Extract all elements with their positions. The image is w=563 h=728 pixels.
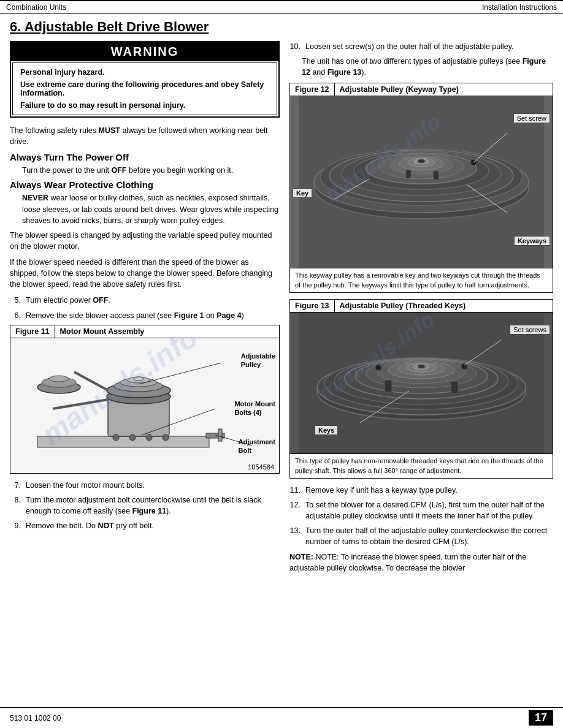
step-12-num: 12.	[289, 499, 301, 521]
page-wrapper: Combination Units Installation Instructi…	[0, 0, 563, 728]
step-10-num: 10.	[289, 41, 301, 52]
step-8-num: 8.	[10, 495, 21, 517]
step-10-note: The unit has one of two different types …	[302, 56, 553, 78]
figure-12-caption: This keyway pulley has a removable key a…	[290, 268, 553, 292]
warning-header: WARNING	[11, 42, 278, 61]
figure-13-image: Set screws Keys manuals.info	[290, 313, 553, 453]
warning-line-2: Use extreme care during the following pr…	[20, 80, 269, 97]
step-12: 12. To set the blower for a desired CFM …	[289, 499, 553, 521]
figure-13-label: Figure 13	[290, 300, 335, 312]
callout-keyways: Keyways	[514, 236, 550, 246]
figure-13: Figure 13 Adjustable Pulley (Threaded Ke…	[289, 299, 553, 479]
note-bottom: NOTE: NOTE: To increase the blower speed…	[289, 552, 553, 574]
svg-point-15	[129, 434, 136, 441]
figure-11-title: Motor Mount Assembly	[55, 325, 150, 338]
figure-12-title: Adjustable Pulley (Keyway Type)	[335, 83, 464, 96]
header-right: Installation Instructions	[482, 3, 557, 12]
step-12-text: To set the blower for a desired CFM (L/s…	[305, 499, 553, 521]
step-9-text: Remove the belt. Do NOT pry off belt.	[26, 520, 154, 531]
svg-point-56	[418, 365, 425, 368]
svg-point-13	[49, 376, 69, 382]
svg-point-16	[146, 434, 152, 441]
svg-point-36	[418, 159, 425, 163]
step-10-text: Loosen set screw(s) on the outer half of…	[305, 41, 514, 52]
svg-line-20	[139, 363, 221, 384]
callout-motor-mount-bolts: Motor MountBolts (4)	[234, 400, 275, 417]
svg-point-57	[461, 363, 467, 370]
svg-rect-59	[385, 380, 392, 392]
svg-point-8	[134, 377, 144, 381]
warning-line-1: Personal injury hazard.	[20, 68, 269, 77]
warning-body: Personal injury hazard. Use extreme care…	[12, 63, 277, 115]
section-clothing: Always Wear Protective Clothing	[10, 180, 280, 190]
step-8: 8. Turn the motor adjustment bolt counte…	[10, 495, 280, 517]
svg-rect-37	[406, 170, 411, 178]
clothing-body: NEVER wear loose or bulky clothes, such …	[22, 192, 280, 226]
step-6-num: 6.	[10, 310, 21, 321]
step-9: 9. Remove the belt. Do NOT pry off belt.	[10, 520, 280, 531]
callout-adjustment-bolt: AdjustmentBolt	[239, 438, 276, 455]
figure-11-image: AdjustablePulley Motor MountBolts (4) Ad…	[10, 338, 279, 473]
power-off-body: Turn the power to the unit OFF before yo…	[22, 165, 280, 176]
svg-point-17	[163, 434, 169, 441]
svg-rect-19	[218, 429, 222, 441]
figure-11-partnum: 1054584	[248, 463, 274, 471]
two-col-layout: WARNING Personal injury hazard. Use extr…	[10, 41, 553, 702]
svg-rect-60	[451, 381, 458, 393]
left-column: WARNING Personal injury hazard. Use extr…	[10, 41, 280, 702]
footer-left: 513 01 1002 00	[10, 714, 61, 722]
figure-13-title: Adjustable Pulley (Threaded Keys)	[335, 300, 471, 312]
callout-adjustable-pulley: AdjustablePulley	[241, 352, 275, 370]
step-13: 13. Turn the outer half of the adjustabl…	[289, 525, 553, 547]
callout-key: Key	[293, 188, 312, 198]
step-13-num: 13.	[289, 525, 301, 547]
figure-11: Figure 11 Motor Mount Assembly	[10, 325, 280, 474]
page-number: 17	[529, 710, 553, 726]
figure-13-caption: This type of pulley has non-removable th…	[290, 453, 553, 478]
page-title: 6. Adjustable Belt Drive Blower	[10, 19, 553, 35]
step-5: 5. Turn electric power OFF.	[10, 295, 280, 306]
step-13-text: Turn the outer half of the adjustable pu…	[305, 525, 553, 547]
step-9-num: 9.	[10, 520, 21, 531]
svg-rect-38	[434, 171, 439, 180]
step-5-num: 5.	[10, 295, 21, 306]
page-header: Combination Units Installation Instructi…	[0, 0, 563, 14]
figure-12: Figure 12 Adjustable Pulley (Keyway Type…	[289, 83, 553, 293]
svg-line-10	[53, 400, 108, 409]
step-11-num: 11.	[289, 485, 301, 496]
step-11: 11. Remove key if unit has a keyway type…	[289, 485, 553, 496]
figure-11-header: Figure 11 Motor Mount Assembly	[10, 325, 279, 338]
blower-speed-2: If the blower speed needed is different …	[10, 257, 280, 290]
figure-12-label: Figure 12	[290, 83, 335, 96]
warning-line-3: Failure to do so may result in personal …	[20, 101, 269, 110]
svg-rect-0	[37, 436, 209, 447]
warning-box: WARNING Personal injury hazard. Use extr…	[10, 41, 280, 118]
step-11-text: Remove key if unit has a keyway type pul…	[305, 485, 458, 496]
callout-set-screws: Set screws	[510, 325, 550, 335]
right-column: 10. Loosen set screw(s) on the outer hal…	[289, 41, 553, 702]
step-6: 6. Remove the side blower access panel (…	[10, 310, 280, 321]
svg-point-14	[113, 434, 119, 441]
figure-11-label: Figure 11	[10, 325, 55, 338]
blower-speed-1: The blower speed is changed by adjusting…	[10, 230, 280, 252]
callout-set-screw: Set screw	[513, 113, 550, 123]
safety-intro: The following safety rules MUST always b…	[10, 125, 280, 147]
step-5-text: Turn electric power OFF.	[26, 295, 110, 306]
step-8-text: Turn the motor adjustment bolt countercl…	[26, 495, 280, 517]
callout-keys: Keys	[315, 425, 338, 435]
page-content: 6. Adjustable Belt Drive Blower WARNING …	[0, 14, 563, 707]
page-footer: 513 01 1002 00 17	[0, 707, 563, 728]
svg-point-58	[375, 365, 381, 371]
step-6-text: Remove the side blower access panel (see…	[26, 310, 244, 321]
figure-12-image: Key Set screw Keyways manuals.info	[290, 96, 553, 268]
header-left: Combination Units	[6, 3, 66, 12]
figure-12-header: Figure 12 Adjustable Pulley (Keyway Type…	[290, 83, 553, 96]
section-power-off: Always Turn The Power Off	[10, 152, 280, 162]
step-10: 10. Loosen set screw(s) on the outer hal…	[289, 41, 553, 52]
step-7: 7. Loosen the four motor mount bolts.	[10, 480, 280, 491]
figure-13-header: Figure 13 Adjustable Pulley (Threaded Ke…	[290, 300, 553, 313]
step-7-num: 7.	[10, 480, 21, 491]
step-7-text: Loosen the four motor mount bolts.	[26, 480, 145, 491]
